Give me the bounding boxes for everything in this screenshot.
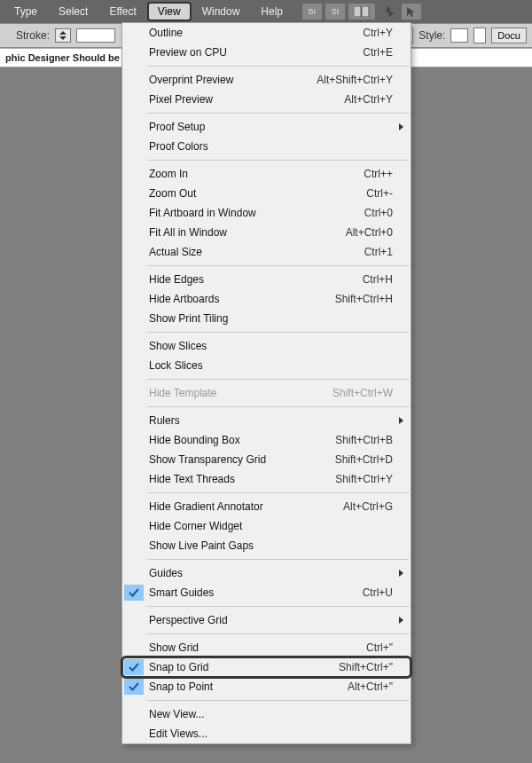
menu-item-actual-size[interactable]: Actual SizeCtrl+1 [122,242,411,262]
menu-item-label: Hide Artboards [145,293,335,305]
menu-item-proof-setup[interactable]: Proof Setup [122,117,411,137]
menu-item-show-transparency-grid[interactable]: Show Transparency GridShift+Ctrl+D [122,450,411,469]
menu-item-label: Overprint Preview [145,74,317,86]
menu-separator [147,265,409,266]
menubar-item-view[interactable]: View [147,2,192,21]
menu-item-label: Snap to Grid [145,661,339,673]
menu-separator [147,559,409,560]
menu-item-label: Fit All in Window [145,226,346,239]
menu-item-label: Show Slices [145,340,393,352]
svg-rect-1 [362,6,369,17]
menu-item-hide-corner-widget[interactable]: Hide Corner Widget [122,516,411,536]
menu-item-label: Hide Corner Widget [145,520,393,532]
menu-item-proof-colors[interactable]: Proof Colors [122,137,411,156]
menu-item-pixel-preview[interactable]: Pixel PreviewAlt+Ctrl+Y [122,90,411,109]
menubar-item-window[interactable]: Window [192,2,251,21]
menu-item-shortcut: Shift+Ctrl+D [335,453,393,466]
style-label: Style: [419,29,445,42]
stock-icon[interactable]: St [325,4,345,20]
document-tab-title: phic Designer Should be Us [5,52,135,63]
menu-item-shortcut: Shift+Ctrl+B [335,434,393,446]
menu-item-shortcut: Shift+Ctrl+H [335,293,393,305]
pointer-icon[interactable] [402,4,421,20]
menu-item-hide-gradient-annotator[interactable]: Hide Gradient AnnotatorAlt+Ctrl+G [122,497,411,516]
menu-item-shortcut: Ctrl+E [363,46,393,59]
menu-separator [147,160,409,161]
menubar-item-effect[interactable]: Effect [98,2,146,21]
menu-item-label: New View... [145,708,393,720]
menu-item-guides[interactable]: Guides [122,563,411,583]
menu-separator [147,66,409,67]
menu-item-show-live-paint-gaps[interactable]: Show Live Paint Gaps [122,536,411,555]
menu-item-show-slices[interactable]: Show Slices [122,336,411,356]
menu-item-zoom-in[interactable]: Zoom InCtrl++ [122,164,411,184]
menu-item-rulers[interactable]: Rulers [122,411,411,430]
menu-separator [147,633,409,634]
menu-item-hide-edges[interactable]: Hide EdgesCtrl+H [122,270,411,289]
menu-item-shortcut: Alt+Ctrl+Y [344,93,393,106]
menu-item-hide-text-threads[interactable]: Hide Text ThreadsShift+Ctrl+Y [122,469,411,489]
menu-separator [147,606,409,607]
menu-item-label: Snap to Point [145,680,348,693]
style-swatch[interactable] [450,28,468,43]
menu-item-shortcut: Ctrl+H [363,273,393,286]
menu-item-label: Actual Size [145,246,364,258]
menu-item-label: Proof Setup [145,121,393,133]
menu-item-label: Hide Text Threads [145,473,335,485]
menu-item-zoom-out[interactable]: Zoom OutCtrl+- [122,184,411,203]
menu-item-label: Hide Edges [145,273,363,286]
menu-item-preview-on-cpu[interactable]: Preview on CPUCtrl+E [122,43,411,62]
menu-item-shortcut: Alt+Ctrl+" [348,680,393,693]
menubar-item-select[interactable]: Select [48,2,98,21]
menu-item-snap-to-point[interactable]: Snap to PointAlt+Ctrl+" [122,677,411,696]
bridge-icon[interactable]: Br [302,4,322,20]
menu-item-label: Fit Artboard in Window [145,207,364,219]
menu-item-show-print-tiling[interactable]: Show Print Tiling [122,309,411,328]
menu-item-shortcut: Ctrl+- [366,187,393,200]
menu-item-shortcut: Ctrl+1 [364,246,393,258]
arrange-icon[interactable] [348,4,375,20]
menu-item-overprint-preview[interactable]: Overprint PreviewAlt+Shift+Ctrl+Y [122,70,411,90]
menu-item-label: Hide Bounding Box [145,434,335,446]
stroke-label: Stroke: [16,29,50,42]
menu-item-show-grid[interactable]: Show GridCtrl+" [122,638,411,657]
document-setup-button[interactable]: Docu [491,28,527,43]
menu-item-label: Preview on CPU [145,46,363,59]
menu-item-edit-views[interactable]: Edit Views... [122,724,411,743]
menu-item-outline[interactable]: OutlineCtrl+Y [122,23,411,43]
menu-item-shortcut: Ctrl++ [364,168,393,180]
check-icon [124,585,144,601]
menu-item-label: Smart Guides [145,586,363,599]
menubar: TypeSelectEffectViewWindowHelp Br St [0,0,532,23]
menu-item-label: Edit Views... [145,728,393,740]
menu-item-shortcut: Ctrl+" [366,641,393,654]
menu-item-label: Show Transparency Grid [145,453,335,466]
gpu-icon[interactable] [379,4,398,20]
menu-item-new-view[interactable]: New View... [122,704,411,724]
stroke-profile-select[interactable] [76,28,115,43]
stroke-weight-stepper[interactable] [55,28,71,43]
menu-item-smart-guides[interactable]: Smart GuidesCtrl+U [122,583,411,602]
check-icon [124,659,144,675]
menu-item-label: Show Grid [145,641,366,654]
menu-separator [147,492,409,493]
menu-item-lock-slices[interactable]: Lock Slices [122,356,411,375]
menu-item-fit-artboard-in-window[interactable]: Fit Artboard in WindowCtrl+0 [122,203,411,223]
menu-item-hide-artboards[interactable]: Hide ArtboardsShift+Ctrl+H [122,289,411,309]
menu-item-label: Lock Slices [145,359,393,372]
menu-item-shortcut: Ctrl+Y [363,27,393,39]
menu-separator [147,332,409,333]
menubar-icons: Br St [302,4,421,20]
menu-item-label: Proof Colors [145,140,393,153]
menu-item-label: Pixel Preview [145,93,344,106]
style-picker[interactable] [473,28,486,43]
menu-item-hide-bounding-box[interactable]: Hide Bounding BoxShift+Ctrl+B [122,430,411,450]
menu-item-fit-all-in-window[interactable]: Fit All in WindowAlt+Ctrl+0 [122,223,411,242]
menu-item-perspective-grid[interactable]: Perspective Grid [122,610,411,630]
menu-item-hide-template: Hide TemplateShift+Ctrl+W [122,383,411,403]
menubar-item-type[interactable]: Type [4,2,48,21]
menu-item-snap-to-grid[interactable]: Snap to GridShift+Ctrl+" [122,657,411,677]
menu-item-label: Show Print Tiling [145,312,393,325]
menubar-item-help[interactable]: Help [250,2,293,21]
menu-item-label: Zoom In [145,168,364,180]
